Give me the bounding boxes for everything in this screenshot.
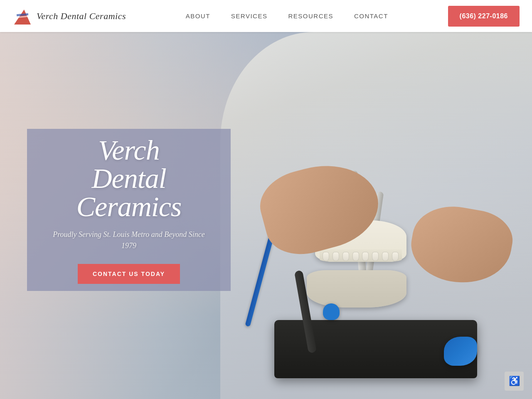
hero-subtitle: Proudly Serving St. Louis Metro and Beyo… bbox=[48, 229, 210, 251]
hero-title-line3: Ceramics bbox=[76, 191, 182, 222]
logo[interactable]: Verch Dental Ceramics bbox=[12, 6, 126, 26]
nav-resources[interactable]: RESOURCES bbox=[288, 12, 333, 20]
nav-services[interactable]: SERVICES bbox=[231, 12, 268, 20]
accessibility-button[interactable]: ♿ bbox=[505, 372, 524, 391]
nav-about[interactable]: ABOUT bbox=[186, 12, 210, 20]
hand-right bbox=[406, 200, 517, 291]
hero-card: Verch Dental Ceramics Proudly Serving St… bbox=[27, 129, 231, 291]
accessibility-icon: ♿ bbox=[509, 376, 520, 387]
hero-cta-button[interactable]: CONTACT US TODAY bbox=[78, 264, 180, 284]
blue-base-piece bbox=[444, 337, 477, 366]
phone-button[interactable]: (636) 227-0186 bbox=[448, 6, 520, 27]
site-header: Verch Dental Ceramics ABOUT SERVICES RES… bbox=[0, 0, 532, 32]
hero-title-line2: Dental bbox=[91, 163, 166, 194]
logo-icon bbox=[12, 6, 32, 26]
main-nav: ABOUT SERVICES RESOURCES CONTACT bbox=[186, 12, 388, 20]
hands-area bbox=[262, 145, 511, 312]
hero-title-line1: Verch bbox=[98, 134, 159, 166]
hero-title: Verch Dental Ceramics bbox=[76, 136, 182, 221]
hero-section: Verch Dental Ceramics Proudly Serving St… bbox=[0, 0, 532, 399]
hand-left bbox=[253, 153, 387, 263]
nav-contact[interactable]: CONTACT bbox=[354, 12, 388, 20]
logo-text: Verch Dental Ceramics bbox=[37, 11, 126, 22]
